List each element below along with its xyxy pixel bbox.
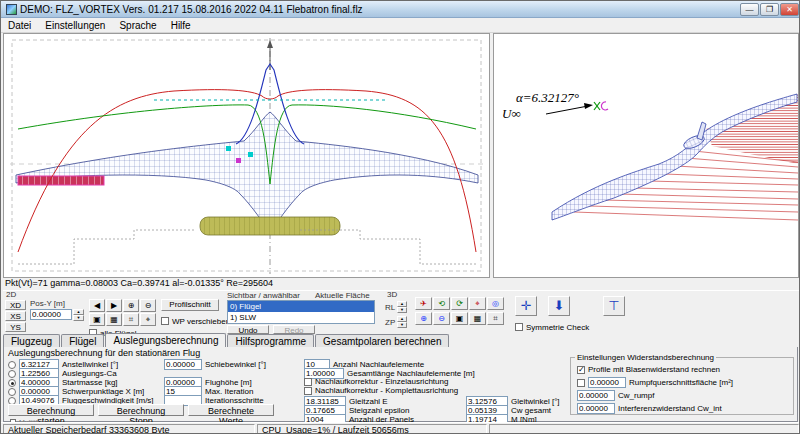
grid-3d-icon[interactable]: ▦ [469,312,486,325]
flap-highlight-band [18,176,104,185]
symmetrie-check-checkbox[interactable]: Symmetrie Check [515,321,589,332]
rl-down-button[interactable]: ▼ [397,307,407,313]
view-3d-canvas: α=6.32127° U∞ [494,34,798,277]
cw-int-row: Interferenzwiderstand Cw_int [577,403,722,414]
fit-view-icon[interactable]: ▣ [89,313,105,326]
tab-fluegel[interactable]: Flügel [61,334,104,347]
toolbar: 2D XD XS YS Pos-Y [m] ▲ ▼ ◀ ▶ ⊕ ⊖ ▣ ▦ ⌗ … [3,290,799,333]
planform-plot[interactable] [3,33,490,278]
rotate-left-icon[interactable]: ⟲ [433,297,450,310]
tab-auslegungsberechnung[interactable]: Auslegungsberechnung [105,333,226,347]
maximize-button[interactable]: ❐ [760,3,779,16]
menu-einstellungen[interactable]: Einstellungen [38,19,112,32]
tab-flugzeug[interactable]: Flugzeug [3,334,60,347]
alpha-annotation: α=6.32127° [516,90,579,105]
planform-canvas [4,34,489,277]
aircraft-wireframe [552,94,797,220]
rl-label: RL [385,303,395,312]
pan-right-icon[interactable]: ▶ [106,299,122,312]
elevator-highlight-band [200,217,340,235]
cw-rumpf-row: Cw_rumpf [577,390,654,401]
zoom-in-icon[interactable]: ⊕ [123,299,139,312]
schiebewinkel-row: Schiebewinkel [°] [164,359,266,370]
cpu-status: CPU_Usage=1% / Laufzeit 50656ms [257,424,487,434]
rumpfflaeche-input[interactable] [588,377,626,388]
status-bar: Aktueller Speicherbedarf 33363608 Byte C… [1,422,800,434]
cw-int-input[interactable] [577,403,615,414]
schiebewinkel-input[interactable] [164,359,202,370]
status-spacer [489,424,799,434]
blasenwiderstand-checkbox[interactable] [577,366,585,374]
pos-y-label: Pos-Y [m] [30,299,65,308]
surface-item-slw[interactable]: 1) SLW [228,312,374,323]
rumpfflaeche-checkbox[interactable] [577,379,585,387]
berechnung-starten-button[interactable]: Berechnung starten [8,404,94,416]
auslegung-panel: Auslegungsberechnung für den stationären… [3,347,798,422]
flow-direction-icon[interactable]: ⬇ [548,296,570,316]
menu-datei[interactable]: Datei [1,19,38,32]
symmetrie-check-box[interactable] [515,323,523,331]
menu-hilfe[interactable]: Hilfe [164,19,198,32]
xs-button[interactable]: XS [5,311,26,321]
camera-icon[interactable]: ◎ [487,297,504,310]
title-bar[interactable]: DEMO: FLZ_VORTEX Vers. 01.217 15.08.2016… [1,1,800,18]
close-button[interactable]: ✕ [780,3,799,16]
nachlauf-komplett-checkbox[interactable] [304,387,312,395]
widerstand-group: Einstellungen Widerstandsberechnung Prof… [570,353,794,415]
pos-y-down-button[interactable]: ▼ [73,315,84,321]
app-icon [6,4,17,15]
measure-icon[interactable]: ⌗ [123,313,139,326]
grid-toggle-icon[interactable]: ▦ [106,313,122,326]
panel-caption: Auslegungsberechnung für den stationären… [8,348,200,358]
berechnung-stopp-button[interactable]: Berechnung Stopp [98,404,184,416]
cw-rumpf-input[interactable] [577,390,615,401]
list-header-active: Aktuelle Fläche [315,291,370,300]
zp-down-button[interactable]: ▼ [397,322,407,328]
plot-status-line: Pkt(Vt)=71 gamma=0.08003 Ca=0.39741 al=-… [5,278,605,289]
window-title: DEMO: FLZ_VORTEX Vers. 01.217 15.08.2016… [20,4,363,15]
measure-3d-icon[interactable]: ⌗ [487,312,504,325]
zoom-3d-out-icon[interactable]: ⊖ [433,312,450,325]
menu-bar: Datei Einstellungen Sprache Hilfe [1,18,800,33]
u-infinity-label: U∞ [502,106,521,121]
rumpfflaeche-row: Rumpfquerschnittsfläche [m²] [577,377,733,388]
profilschnitt-button[interactable]: Profilschnitt [161,299,219,311]
xd-button[interactable]: XD [5,300,26,310]
nachlauf-komplett-row: Nachlaufkorrektur - Komplettausrichtung [304,386,458,395]
wp-verschieben-box[interactable] [161,317,169,325]
zoom-3d-in-icon[interactable]: ⊕ [415,312,432,325]
blasenwiderstand-row: Profile mit Blasenwiderstand rechnen [577,365,720,374]
pos-y-input[interactable] [30,309,72,320]
nachlauf-einzel-row: Nachlaufkorrektur - Einzelausrichtung [304,377,448,386]
zoom-out-icon[interactable]: ⊖ [140,299,156,312]
flow-annotation: α=6.32127° U∞ [502,90,608,121]
move-cross-icon[interactable]: ✛ [515,296,537,316]
surface-item-fluegel[interactable]: 0) Flügel [228,301,374,312]
tab-gesamtpolaren[interactable]: Gesamtpolaren berechnen [315,334,449,347]
axes-3d-icon[interactable]: ⌖ [469,297,486,310]
crosshair-icon[interactable]: ⌖ [140,313,156,326]
menu-sprache[interactable]: Sprache [112,19,163,32]
minimize-button[interactable]: — [740,3,759,16]
group-3d-label: 3D [387,290,397,299]
list-header-visible: Sichtbar / anwählbar [227,291,300,300]
app-window: DEMO: FLZ_VORTEX Vers. 01.217 15.08.2016… [0,0,800,434]
wp-verschieben-checkbox[interactable]: WP verschieben [161,315,230,326]
surface-list[interactable]: 0) Flügel 1) SLW [227,300,375,324]
view-3d[interactable]: α=6.32127° U∞ [493,33,799,278]
zp-label: ZP [385,318,395,327]
pan-left-icon[interactable]: ◀ [89,299,105,312]
tee-view-icon[interactable]: ⊤ [603,296,625,316]
rotate-right-icon[interactable]: ⟳ [451,297,468,310]
tab-bar: Flugzeug Flügel Auslegungsberechnung Hil… [3,333,799,347]
fit-3d-icon[interactable]: ▣ [451,312,468,325]
group-2d-label: 2D [6,290,16,299]
nachlauf-einzel-checkbox[interactable] [304,378,312,386]
velocity-marker-icon [594,102,608,110]
tab-hilfsprogramme[interactable]: Hilfsprogramme [227,334,314,347]
berechnete-werte-button[interactable]: Berechnete Werte [188,404,274,416]
memory-status: Aktueller Speicherbedarf 33363608 Byte [3,424,255,434]
view-plane-icon[interactable]: ✈ [415,297,432,310]
ys-button[interactable]: YS [5,322,26,332]
